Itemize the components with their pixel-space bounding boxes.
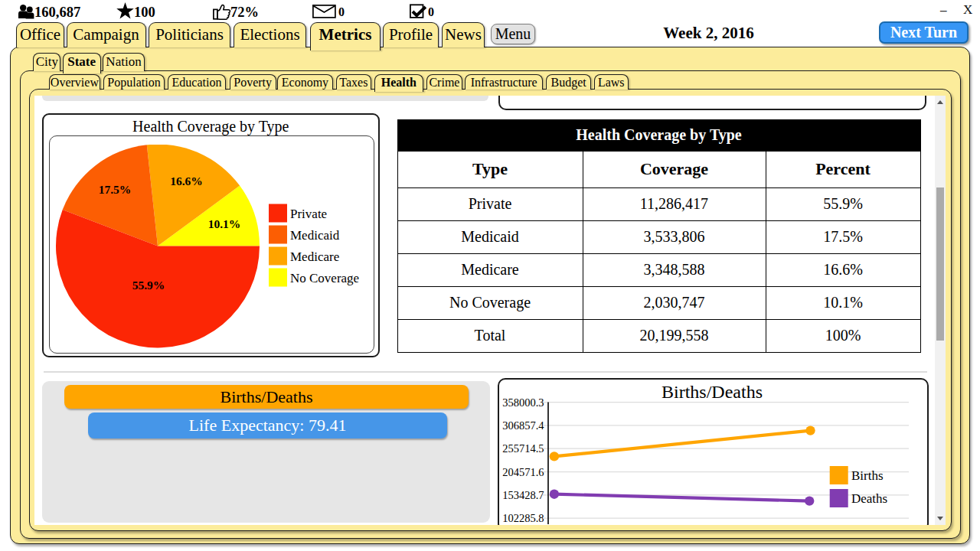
svg-text:Medicare: Medicare	[290, 249, 339, 264]
svg-text:358000.3: 358000.3	[502, 396, 544, 409]
svg-text:153428.7: 153428.7	[502, 489, 544, 501]
svg-text:No Coverage: No Coverage	[290, 271, 359, 285]
svg-text:17.5%: 17.5%	[99, 183, 132, 196]
svg-text:16.6%: 16.6%	[170, 174, 203, 187]
svg-text:Deaths: Deaths	[851, 491, 887, 506]
svg-text:204571.6: 204571.6	[502, 466, 544, 478]
svg-text:Private: Private	[290, 207, 327, 221]
svg-text:10.1%: 10.1%	[208, 217, 241, 230]
svg-text:102285.8: 102285.8	[502, 512, 544, 524]
svg-text:55.9%: 55.9%	[132, 279, 165, 292]
svg-text:306857.4: 306857.4	[502, 419, 544, 432]
svg-text:Medicaid: Medicaid	[290, 228, 340, 243]
svg-text:Births: Births	[851, 468, 884, 483]
svg-text:255714.5: 255714.5	[502, 442, 544, 455]
